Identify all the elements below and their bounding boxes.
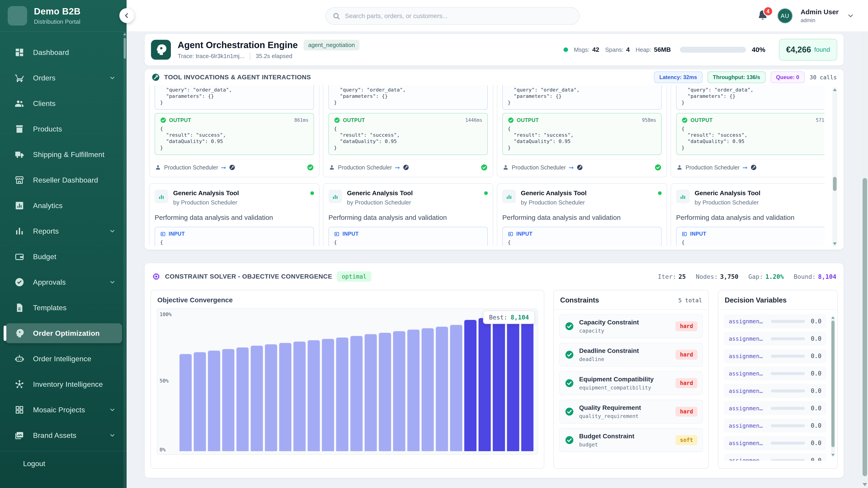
search-input[interactable] [345,12,573,20]
tools-scrollbar-thumb[interactable] [833,177,837,191]
image-icon [14,430,24,440]
chevron-down-icon[interactable] [847,12,855,20]
constraint-title: Budget Constraint [579,433,634,440]
constraint-item[interactable]: Capacity Constraint capacity hard [559,314,703,338]
scroll-up-arrow-icon[interactable] [831,317,835,319]
tool-call-card[interactable]: Generic Analysis Tool by Production Sche… [671,183,825,246]
decision-variable-row[interactable]: assignmen… 0.0 [724,314,827,328]
variable-value-bar [771,355,805,358]
sidebar-item-label: Analytics [33,201,63,210]
avatar[interactable]: AU [778,8,793,23]
notifications-button[interactable]: 4 [757,9,770,22]
user-info[interactable]: Admin User admin [801,8,839,24]
tools-scrollbar[interactable] [832,87,837,247]
convergence-bar [407,330,420,451]
convergence-bar [180,354,192,451]
constraint-item[interactable]: Quality Requirement quality_requirement … [559,400,703,424]
sidebar-item-dashboard[interactable]: Dashboard [5,42,122,62]
sidebar-item-reseller-dashboard[interactable]: Reseller Dashboard [5,170,122,190]
constraint-title: Equipment Compatibility [579,376,654,383]
scroll-down-arrow-icon[interactable] [833,242,837,245]
active-status-dot [658,191,662,195]
constraint-item[interactable]: Equipment Compatibility equipment_compat… [559,371,703,395]
sidebar-item-label: Budget [33,253,56,261]
constraint-type-badge: hard [675,378,698,388]
scroll-down-arrow-icon[interactable] [863,483,867,486]
sidebar-item-reports[interactable]: Reports [5,221,122,241]
sidebar-item-order-optimization[interactable]: Order Optimization [5,323,122,343]
decision-variable-row[interactable]: assignmen… 0.0 [724,401,827,415]
decision-variable-row[interactable]: assignmen… 0.0 [724,366,827,381]
sidebar-collapse-button[interactable] [119,8,134,23]
tool-chip-icon [403,164,409,170]
agent-name: Production Scheduler [512,164,566,171]
sidebar-item-budget[interactable]: Budget [5,247,122,267]
sidebar-scrollbar[interactable] [123,32,126,488]
json-line: { [508,239,656,246]
convergence-bar [464,320,476,451]
tool-call-card[interactable]: "query": "order_data", "parameters": {}}… [149,85,319,177]
scroll-up-arrow-icon[interactable] [833,88,837,91]
sidebar-item-brand-assets[interactable]: Brand Assets [5,425,122,445]
tool-call-card[interactable]: "query": "order_data", "parameters": {}}… [323,85,493,177]
page-scrollbar[interactable] [862,32,868,488]
decision-variable-row[interactable]: assignmen… 0.0 [724,436,827,450]
sidebar-scrollbar-thumb[interactable] [124,38,126,59]
agent-name: Production Scheduler [686,164,740,171]
variable-name: assignmen… [729,370,765,377]
analytics-icon [14,201,24,210]
variable-value: 0.0 [811,335,822,342]
variable-value-bar [771,459,805,461]
msgs-label: Msgs: [574,46,590,53]
tool-description: Performing data analysis and validation [155,214,314,221]
constraint-code: quality_requirement [579,413,641,419]
scroll-down-arrow-icon[interactable] [831,454,835,456]
active-status-dot [310,191,314,195]
tool-call-card[interactable]: Generic Analysis Tool by Production Sche… [497,183,667,246]
decision-variable-row[interactable]: assignmen… 0.0 [724,384,827,398]
sidebar-item-order-intelligence[interactable]: Order Intelligence [5,349,122,369]
variable-name: assignmen… [729,440,765,447]
sidebar-item-approvals[interactable]: Approvals [5,272,122,292]
sidebar-item-logout[interactable]: Logout [0,451,127,476]
chart-plot-area: 100% 50% 0% Best: 8,104 [157,308,538,455]
sidebar-item-templates[interactable]: Templates [5,298,122,318]
input-json-box: "query": "order_data", "parameters": {}} [329,85,488,110]
variable-value-bar [771,337,805,340]
satisfied-check-icon [565,407,574,416]
truck-icon [14,150,24,160]
decision-variable-row[interactable]: assignmen… 0.0 [724,349,827,363]
tool-call-card[interactable]: "query": "order_data", "parameters": {}}… [497,85,667,177]
search-box[interactable] [326,7,580,25]
decision-variable-row[interactable]: assignmen… 0.0 [724,419,827,433]
sidebar-item-products[interactable]: Products [5,119,122,139]
constraint-item[interactable]: Budget Constraint budget soft [559,428,703,452]
bound-label: Bound: [794,273,816,280]
spans-label: Spans: [605,46,623,53]
page-scrollbar-thumb[interactable] [863,178,867,476]
success-check-icon [480,164,488,171]
json-line: "result": "success", [160,132,309,138]
dv-scrollbar-thumb[interactable] [831,321,835,447]
tool-invocation-column: "query": "order_data", "parameters": {}}… [671,85,825,246]
chevron-left-icon [123,12,131,20]
convergence-bar [222,349,235,451]
sidebar-item-orders[interactable]: Orders [5,68,122,88]
variable-value: 0.0 [811,387,822,394]
sidebar-item-clients[interactable]: Clients [5,94,122,113]
sidebar-item-mosaic-projects[interactable]: Mosaic Projects [5,400,122,420]
decision-variable-row[interactable]: assignmen… 0.0 [724,453,827,461]
sidebar-item-analytics[interactable]: Analytics [5,196,122,216]
y-tick-0: 0% [160,447,166,453]
convergence-bar [450,325,462,451]
sidebar-item-inventory-intelligence[interactable]: Inventory Intelligence [5,375,122,394]
tool-call-card[interactable]: Generic Analysis Tool by Production Sche… [323,183,493,246]
tool-call-card[interactable]: Generic Analysis Tool by Production Sche… [149,183,319,246]
tool-call-card[interactable]: "query": "order_data", "parameters": {}}… [671,85,825,177]
sidebar-item-shipping-fulfillment[interactable]: Shipping & Fulfillment [5,144,122,164]
agent-name: Production Scheduler [338,164,392,171]
tools-viewport[interactable]: "query": "order_data", "parameters": {}}… [149,85,825,246]
decision-variable-row[interactable]: assignmen… 0.0 [724,332,827,346]
constraint-item[interactable]: Deadline Constraint deadline hard [559,343,703,367]
decision-variables-scrollbar[interactable] [831,316,835,457]
